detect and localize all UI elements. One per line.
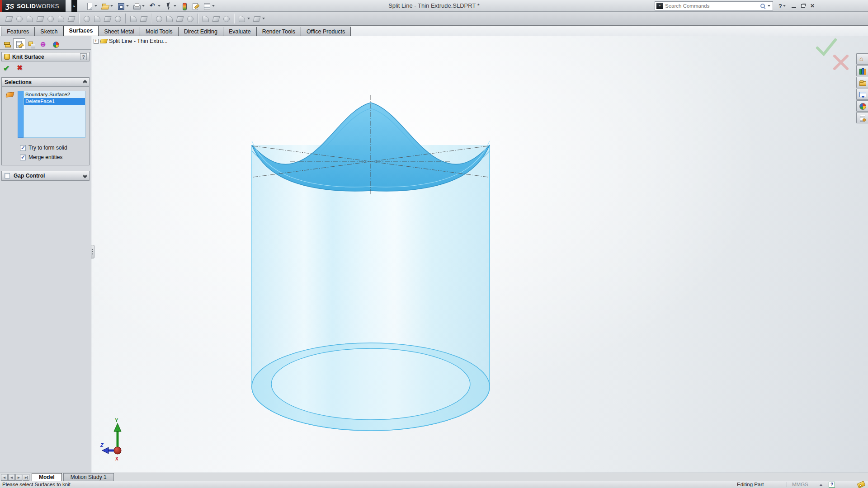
units-dropdown-caret[interactable] <box>819 484 823 486</box>
selection-item[interactable]: DeleteFace1 <box>24 98 85 105</box>
surface-flatten-button[interactable] <box>113 14 123 23</box>
taskpane-tab-appearances-scenes[interactable] <box>856 100 868 112</box>
tab-motion-study-1[interactable]: Motion Study 1 <box>63 473 114 481</box>
cancel-x-icon[interactable] <box>17 64 23 73</box>
feature-tree-root[interactable]: Split Line - Thin Extru... <box>94 38 168 44</box>
print-button[interactable] <box>131 0 147 11</box>
graphics-viewport[interactable]: Y Z X Split Line - Thin Extru... <box>91 36 868 473</box>
untrim-surface-button[interactable] <box>175 14 185 23</box>
help-dropdown-caret[interactable] <box>783 5 786 7</box>
doc-nav-previous-icon[interactable] <box>8 474 15 481</box>
selections-group-header[interactable]: Selections <box>2 78 89 87</box>
new-button[interactable] <box>84 0 99 11</box>
propertymanager-help-button[interactable]: ? <box>80 53 87 60</box>
offset-surface-button[interactable] <box>92 14 102 23</box>
model-canvas[interactable]: Y Z X <box>91 36 868 473</box>
restore-icon[interactable] <box>801 4 805 8</box>
ruled-surface-button[interactable] <box>102 14 113 23</box>
curves-button[interactable] <box>251 14 266 23</box>
boundary-surface-button[interactable] <box>45 14 56 23</box>
expand-chevron-icon[interactable] <box>84 174 86 178</box>
checkbox[interactable] <box>20 155 26 160</box>
taskpane-tab-file-explorer[interactable] <box>856 77 868 88</box>
tab-office-products[interactable]: Office Products <box>301 27 351 36</box>
option-merge-entities[interactable]: Merge entities <box>20 154 89 160</box>
save-button[interactable] <box>115 0 131 11</box>
taskpane-tab-design-library[interactable] <box>856 65 868 76</box>
panel-tab-property-manager[interactable] <box>13 38 25 49</box>
panel-tab-feature-manager[interactable] <box>1 38 13 49</box>
option-try-to-form-solid[interactable]: Try to form solid <box>20 145 89 151</box>
tab-mold-tools[interactable]: Mold Tools <box>140 27 179 36</box>
taskpane-tab-custom-properties[interactable] <box>856 112 868 123</box>
close-icon[interactable]: ✕ <box>810 3 815 9</box>
tab-sketch[interactable]: Sketch <box>34 27 63 36</box>
tab-surfaces[interactable]: Surfaces <box>63 26 99 36</box>
file-properties-button[interactable] <box>201 0 217 11</box>
origin-triad[interactable]: Y Z X <box>100 418 121 461</box>
options-button[interactable] <box>190 0 201 11</box>
revolved-surface-button[interactable] <box>14 14 24 23</box>
collapse-chevron-icon[interactable] <box>84 80 86 84</box>
taskpane-tab-solidworks-resources[interactable] <box>856 53 868 65</box>
new-dropdown-caret[interactable] <box>94 5 97 7</box>
select-button[interactable] <box>163 0 179 11</box>
reference-geometry-dropdown-caret[interactable] <box>247 18 250 19</box>
panel-tab-configuration-manager[interactable] <box>25 38 38 49</box>
tree-expand-icon[interactable] <box>94 39 99 44</box>
search-input[interactable] <box>665 3 760 9</box>
print-dropdown-caret[interactable] <box>142 5 145 7</box>
cut-with-surface-button[interactable] <box>221 14 231 23</box>
tab-sheet-metal[interactable]: Sheet Metal <box>98 27 140 36</box>
extend-surface-button[interactable] <box>154 14 164 23</box>
tab-render-tools[interactable]: Render Tools <box>256 27 301 36</box>
search-commands-box[interactable]: » <box>655 1 773 10</box>
freeform-surface-button[interactable] <box>66 14 76 23</box>
confirmation-corner[interactable] <box>817 40 847 69</box>
quick-tips-icon[interactable]: ? <box>829 482 835 488</box>
swept-surface-button[interactable] <box>24 14 35 23</box>
planar-surface-button[interactable] <box>81 14 92 23</box>
search-dropdown-caret[interactable] <box>768 5 770 7</box>
ok-check-icon[interactable] <box>3 64 9 73</box>
doc-nav-next-icon[interactable] <box>15 474 22 481</box>
surfaces-selection-list[interactable]: Boundary-Surface2DeleteFace1 <box>24 91 85 138</box>
doc-nav-last-icon[interactable] <box>23 474 29 481</box>
open-button[interactable] <box>99 0 115 11</box>
file-properties-dropdown-caret[interactable] <box>212 5 215 7</box>
checkbox[interactable] <box>20 145 26 151</box>
tab-features[interactable]: Features <box>1 27 35 36</box>
rebuild-button[interactable] <box>179 0 190 11</box>
trim-surface-button[interactable] <box>164 14 175 23</box>
save-dropdown-caret[interactable] <box>126 5 129 7</box>
selection-item[interactable]: Boundary-Surface2 <box>24 91 85 98</box>
lofted-surface-button[interactable] <box>35 14 45 23</box>
delete-face-button[interactable] <box>128 14 138 23</box>
tags-icon[interactable] <box>857 481 865 488</box>
units-label[interactable]: MMGS <box>792 482 808 487</box>
taskpane-tab-view-palette[interactable] <box>856 89 868 100</box>
tab-evaluate[interactable]: Evaluate <box>223 27 257 36</box>
panel-tab-display-manager[interactable] <box>50 38 62 49</box>
undo-dropdown-caret[interactable] <box>158 5 160 7</box>
open-dropdown-caret[interactable] <box>110 5 113 7</box>
tab-model[interactable]: Model <box>32 473 62 481</box>
curves-dropdown-caret[interactable] <box>262 18 265 19</box>
knit-surface-button[interactable] <box>185 14 195 23</box>
select-dropdown-caret[interactable] <box>174 5 176 7</box>
thickened-cut-button[interactable] <box>211 14 221 23</box>
thicken-button[interactable] <box>200 14 211 23</box>
filled-surface-button[interactable] <box>56 14 66 23</box>
minimize-icon[interactable] <box>792 7 796 8</box>
help-button[interactable]: ? <box>778 3 787 9</box>
menu-flyout-arrow-icon[interactable]: ▸ <box>71 0 77 12</box>
reference-geometry-button[interactable] <box>236 14 251 23</box>
panel-tab-dimxpert-manager[interactable] <box>38 38 50 49</box>
panel-splitter-handle[interactable] <box>91 245 94 258</box>
tab-direct-editing[interactable]: Direct Editing <box>178 27 223 36</box>
search-icon[interactable] <box>760 4 765 8</box>
extruded-surface-button[interactable] <box>4 14 14 23</box>
doc-nav-first-icon[interactable] <box>1 474 8 481</box>
gap-control-header[interactable]: Gap Control <box>2 171 89 180</box>
replace-face-button[interactable] <box>138 14 149 23</box>
